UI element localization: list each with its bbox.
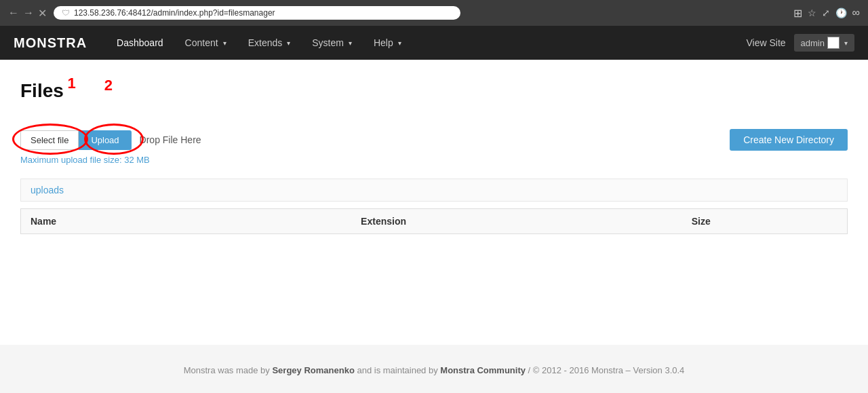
- col-extension: Extension: [351, 209, 682, 234]
- url-text: 123.58.236.76:48412/admin/index.php?id=f…: [74, 8, 275, 18]
- back-icon[interactable]: ←: [8, 7, 19, 19]
- help-chevron-icon: ▾: [398, 39, 401, 47]
- view-site-link[interactable]: View Site: [746, 37, 785, 48]
- browser-icons: ⊞ ☆ ⤢ 🕐 ∞: [793, 7, 860, 20]
- upload-controls: Select file Upload Drop File Here: [20, 130, 201, 150]
- shield-icon: 🛡: [62, 8, 70, 18]
- nav-system-label: System: [312, 37, 344, 48]
- system-chevron-icon: ▾: [349, 39, 352, 47]
- page-title: Files: [20, 80, 64, 102]
- address-bar[interactable]: 🛡 123.58.236.76:48412/admin/index.php?id…: [54, 6, 460, 20]
- annotation-2: 2: [104, 77, 113, 94]
- drop-text: Drop File Here: [140, 134, 201, 145]
- nav-system[interactable]: System ▾: [302, 32, 361, 54]
- footer-copyright: / © 2012 - 2016 Monstra – Version 3.0.4: [528, 365, 685, 375]
- table-header-row: Name Extension Size: [21, 209, 848, 234]
- footer-community-link[interactable]: Monstra Community: [440, 365, 526, 375]
- grid-icon[interactable]: ⊞: [793, 7, 802, 20]
- star-icon[interactable]: ☆: [808, 7, 816, 18]
- navbar: MONSTRA Dashboard Content ▾ Extends ▾ Sy…: [0, 26, 868, 60]
- nav-extends-label: Extends: [248, 37, 283, 48]
- nav-dashboard[interactable]: Dashboard: [107, 32, 173, 54]
- nav-extends[interactable]: Extends ▾: [239, 32, 300, 54]
- admin-dropdown[interactable]: admin ▾: [794, 34, 854, 52]
- browser-controls: ← → ✕: [8, 7, 47, 20]
- upload-row: Select file Upload Drop File Here Create…: [20, 129, 848, 151]
- col-size: Size: [682, 209, 848, 234]
- file-table: Name Extension Size: [20, 208, 848, 234]
- nav-help-label: Help: [374, 37, 393, 48]
- main-content: Files 1 2 Select file Upload Drop File H…: [0, 60, 868, 345]
- footer: Monstra was made by Sergey Romanenko and…: [0, 345, 868, 389]
- nav-help[interactable]: Help ▾: [364, 32, 411, 54]
- col-name: Name: [21, 209, 352, 234]
- infinity-icon[interactable]: ∞: [852, 7, 860, 19]
- footer-text-middle: and is maintained by: [357, 365, 440, 375]
- annotation-1: 1: [68, 75, 76, 92]
- nav-items: Dashboard Content ▾ Extends ▾ System ▾ H…: [107, 32, 746, 54]
- max-size-text: Maximum upload file size: 32 MB: [20, 155, 848, 165]
- admin-chevron-icon: ▾: [844, 39, 848, 47]
- footer-text-before: Monstra was made by: [184, 365, 273, 375]
- select-file-button[interactable]: Select file: [20, 130, 79, 150]
- color-swatch: [827, 37, 840, 49]
- browser-bar: ← → ✕ 🛡 123.58.236.76:48412/admin/index.…: [0, 0, 868, 26]
- expand-icon[interactable]: ⤢: [822, 7, 830, 18]
- uploads-link[interactable]: uploads: [20, 179, 848, 202]
- extends-chevron-icon: ▾: [287, 39, 290, 47]
- nav-right: View Site admin ▾: [746, 34, 854, 52]
- upload-button[interactable]: Upload: [79, 130, 131, 150]
- content-chevron-icon: ▾: [223, 39, 226, 47]
- admin-label: admin: [801, 38, 825, 48]
- nav-content-label: Content: [185, 37, 218, 48]
- close-icon[interactable]: ✕: [38, 7, 47, 20]
- history-icon[interactable]: 🕐: [835, 7, 847, 18]
- table-header: Name Extension Size: [21, 209, 848, 234]
- forward-icon[interactable]: →: [23, 7, 34, 19]
- footer-author-link[interactable]: Sergey Romanenko: [272, 365, 354, 375]
- create-new-directory-button[interactable]: Create New Directory: [730, 129, 848, 151]
- nav-content[interactable]: Content ▾: [176, 32, 236, 54]
- brand-logo[interactable]: MONSTRA: [14, 35, 87, 51]
- nav-dashboard-label: Dashboard: [117, 37, 163, 48]
